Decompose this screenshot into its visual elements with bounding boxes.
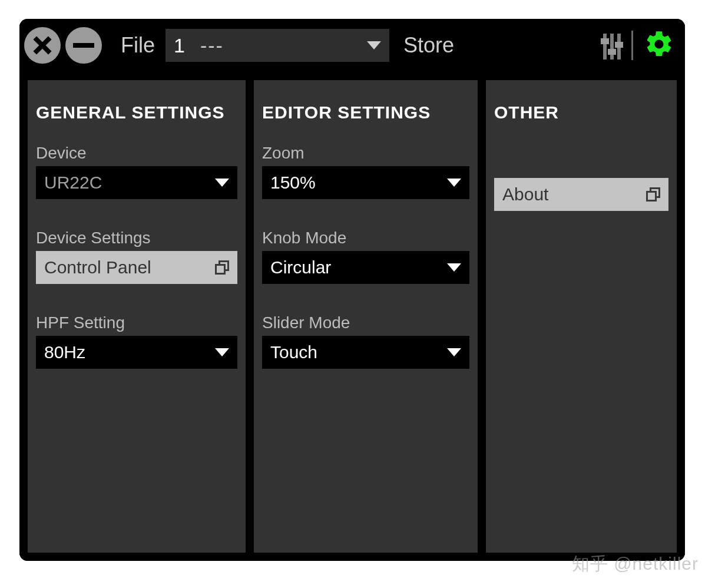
chevron-down-icon [215,348,229,356]
device-settings-field: Device Settings Control Panel [36,229,237,284]
editor-settings-panel: EDITOR SETTINGS Zoom 150% Knob Mode Circ… [254,80,478,553]
knob-mode-label: Knob Mode [262,229,469,247]
panels-container: GENERAL SETTINGS Device UR22C Device Set… [19,72,685,561]
device-settings-label: Device Settings [36,229,237,247]
open-window-icon [215,260,229,275]
file-label: File [121,33,155,58]
file-preset-name: --- [200,34,367,57]
chevron-down-icon [215,179,229,187]
slider-mode-value: Touch [270,342,317,362]
knob-mode-value: Circular [270,257,331,278]
zoom-select[interactable]: 150% [262,166,469,199]
chevron-down-icon [447,263,461,272]
zoom-label: Zoom [262,144,469,163]
chevron-down-icon [447,179,461,187]
knob-mode-field: Knob Mode Circular [262,229,469,284]
editor-settings-title: EDITOR SETTINGS [262,103,469,123]
chevron-down-icon [447,348,461,356]
store-button[interactable]: Store [403,33,454,58]
slider-mode-field: Slider Mode Touch [262,313,469,369]
open-window-icon [646,187,660,201]
about-label: About [502,184,548,204]
chevron-down-icon [367,41,381,49]
knob-mode-select[interactable]: Circular [262,251,469,284]
hpf-field: HPF Setting 80Hz [36,313,237,369]
slider-mode-label: Slider Mode [262,313,469,332]
general-settings-title: GENERAL SETTINGS [36,103,237,123]
general-settings-panel: GENERAL SETTINGS Device UR22C Device Set… [28,80,246,553]
zoom-field: Zoom 150% [262,144,469,199]
divider [631,31,633,60]
file-preset-select[interactable]: 1 --- [165,29,389,62]
file-preset-number: 1 [174,34,185,57]
minimize-button[interactable] [65,27,102,64]
mixer-icon[interactable] [603,31,621,60]
gear-icon[interactable] [644,29,674,62]
settings-window: File 1 --- Store GENERAL SETTINGS Device [19,19,685,561]
device-value: UR22C [44,173,102,193]
other-panel: OTHER About [486,80,677,553]
control-panel-button[interactable]: Control Panel [36,251,237,284]
about-button[interactable]: About [494,178,668,211]
hpf-value: 80Hz [44,342,85,362]
hpf-label: HPF Setting [36,313,237,332]
hpf-select[interactable]: 80Hz [36,336,237,369]
device-select[interactable]: UR22C [36,166,237,199]
other-title: OTHER [494,103,668,123]
zoom-value: 150% [270,173,316,193]
slider-mode-select[interactable]: Touch [262,336,469,369]
device-field: Device UR22C [36,144,237,199]
topbar: File 1 --- Store [19,19,685,72]
device-label: Device [36,144,237,163]
control-panel-label: Control Panel [44,257,151,278]
close-button[interactable] [24,27,61,64]
